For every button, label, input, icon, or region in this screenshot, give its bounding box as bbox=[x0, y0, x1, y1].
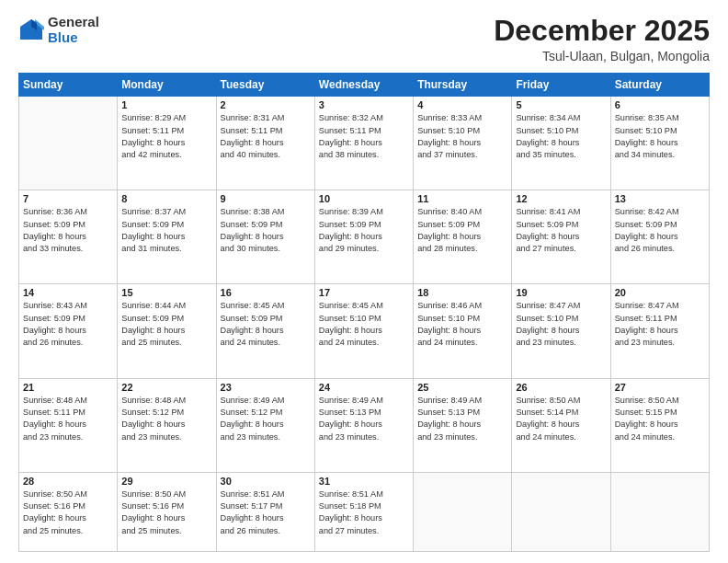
day-number: 31 bbox=[319, 476, 409, 487]
sun-info: Sunrise: 8:51 AMSunset: 5:18 PMDaylight:… bbox=[319, 488, 409, 537]
day-number: 1 bbox=[121, 99, 211, 110]
day-number: 14 bbox=[23, 287, 113, 298]
sun-info: Sunrise: 8:41 AMSunset: 5:09 PMDaylight:… bbox=[516, 206, 606, 255]
sun-info: Sunrise: 8:44 AMSunset: 5:09 PMDaylight:… bbox=[121, 300, 211, 349]
sun-info: Sunrise: 8:36 AMSunset: 5:09 PMDaylight:… bbox=[23, 206, 113, 255]
calendar-cell: 17Sunrise: 8:45 AMSunset: 5:10 PMDayligh… bbox=[314, 284, 413, 378]
sun-info: Sunrise: 8:47 AMSunset: 5:11 PMDaylight:… bbox=[615, 300, 705, 349]
sun-info: Sunrise: 8:34 AMSunset: 5:10 PMDaylight:… bbox=[516, 112, 606, 161]
calendar-cell: 11Sunrise: 8:40 AMSunset: 5:09 PMDayligh… bbox=[414, 190, 512, 284]
day-number: 21 bbox=[23, 382, 113, 393]
logo-icon bbox=[18, 17, 44, 43]
logo-text: General Blue bbox=[48, 15, 99, 45]
calendar-cell: 15Sunrise: 8:44 AMSunset: 5:09 PMDayligh… bbox=[118, 284, 216, 378]
calendar-cell: 9Sunrise: 8:38 AMSunset: 5:09 PMDaylight… bbox=[216, 190, 314, 284]
calendar-cell: 26Sunrise: 8:50 AMSunset: 5:14 PMDayligh… bbox=[512, 378, 610, 472]
calendar-week-row: 28Sunrise: 8:50 AMSunset: 5:16 PMDayligh… bbox=[19, 472, 710, 551]
day-number: 2 bbox=[221, 99, 311, 110]
calendar-cell: 4Sunrise: 8:33 AMSunset: 5:10 PMDaylight… bbox=[414, 97, 512, 190]
day-number: 6 bbox=[615, 99, 705, 110]
sun-info: Sunrise: 8:49 AMSunset: 5:13 PMDaylight:… bbox=[417, 395, 507, 443]
logo-general: General bbox=[48, 15, 99, 30]
calendar-week-row: 14Sunrise: 8:43 AMSunset: 5:09 PMDayligh… bbox=[19, 284, 710, 378]
sun-info: Sunrise: 8:51 AMSunset: 5:17 PMDaylight:… bbox=[221, 488, 311, 537]
sun-info: Sunrise: 8:43 AMSunset: 5:09 PMDaylight:… bbox=[23, 300, 113, 349]
logo: General Blue bbox=[18, 15, 99, 45]
calendar-cell: 18Sunrise: 8:46 AMSunset: 5:10 PMDayligh… bbox=[414, 284, 512, 378]
sun-info: Sunrise: 8:37 AMSunset: 5:09 PMDaylight:… bbox=[121, 206, 211, 255]
sun-info: Sunrise: 8:32 AMSunset: 5:11 PMDaylight:… bbox=[319, 112, 409, 161]
calendar-cell: 27Sunrise: 8:50 AMSunset: 5:15 PMDayligh… bbox=[610, 378, 709, 472]
calendar-cell: 13Sunrise: 8:42 AMSunset: 5:09 PMDayligh… bbox=[610, 190, 709, 284]
day-number: 30 bbox=[221, 476, 311, 487]
calendar-cell: 31Sunrise: 8:51 AMSunset: 5:18 PMDayligh… bbox=[314, 472, 413, 551]
calendar-header-row: SundayMondayTuesdayWednesdayThursdayFrid… bbox=[19, 74, 710, 97]
calendar-cell: 22Sunrise: 8:48 AMSunset: 5:12 PMDayligh… bbox=[118, 378, 216, 472]
sun-info: Sunrise: 8:46 AMSunset: 5:10 PMDaylight:… bbox=[417, 300, 507, 349]
day-number: 12 bbox=[516, 193, 606, 204]
calendar-table: SundayMondayTuesdayWednesdayThursdayFrid… bbox=[18, 73, 710, 552]
logo-blue: Blue bbox=[48, 30, 99, 46]
calendar-week-row: 7Sunrise: 8:36 AMSunset: 5:09 PMDaylight… bbox=[19, 190, 710, 284]
calendar-cell: 28Sunrise: 8:50 AMSunset: 5:16 PMDayligh… bbox=[19, 472, 118, 551]
day-number: 24 bbox=[319, 382, 409, 393]
day-number: 25 bbox=[417, 382, 507, 393]
month-title: December 2025 bbox=[494, 15, 710, 47]
day-number: 28 bbox=[23, 476, 113, 487]
sun-info: Sunrise: 8:31 AMSunset: 5:11 PMDaylight:… bbox=[221, 112, 311, 161]
calendar-cell bbox=[512, 472, 610, 551]
calendar-cell: 30Sunrise: 8:51 AMSunset: 5:17 PMDayligh… bbox=[216, 472, 314, 551]
sun-info: Sunrise: 8:50 AMSunset: 5:16 PMDaylight:… bbox=[23, 488, 113, 537]
header: General Blue December 2025 Tsul-Ulaan, B… bbox=[18, 15, 710, 63]
sun-info: Sunrise: 8:48 AMSunset: 5:11 PMDaylight:… bbox=[23, 395, 113, 443]
calendar-week-row: 1Sunrise: 8:29 AMSunset: 5:11 PMDaylight… bbox=[19, 97, 710, 190]
location: Tsul-Ulaan, Bulgan, Mongolia bbox=[494, 49, 710, 63]
calendar-cell: 29Sunrise: 8:50 AMSunset: 5:16 PMDayligh… bbox=[118, 472, 216, 551]
day-number: 18 bbox=[417, 287, 507, 298]
day-number: 11 bbox=[417, 193, 507, 204]
day-number: 23 bbox=[221, 382, 311, 393]
day-number: 15 bbox=[121, 287, 211, 298]
sun-info: Sunrise: 8:35 AMSunset: 5:10 PMDaylight:… bbox=[615, 112, 705, 161]
day-header-monday: Monday bbox=[118, 74, 216, 97]
sun-info: Sunrise: 8:49 AMSunset: 5:12 PMDaylight:… bbox=[221, 395, 311, 443]
sun-info: Sunrise: 8:45 AMSunset: 5:10 PMDaylight:… bbox=[319, 300, 409, 349]
sun-info: Sunrise: 8:42 AMSunset: 5:09 PMDaylight:… bbox=[615, 206, 705, 255]
calendar-cell: 7Sunrise: 8:36 AMSunset: 5:09 PMDaylight… bbox=[19, 190, 118, 284]
day-number: 10 bbox=[319, 193, 409, 204]
day-number: 4 bbox=[417, 99, 507, 110]
day-number: 20 bbox=[615, 287, 705, 298]
calendar-cell: 6Sunrise: 8:35 AMSunset: 5:10 PMDaylight… bbox=[610, 97, 709, 190]
day-number: 8 bbox=[121, 193, 211, 204]
day-header-saturday: Saturday bbox=[610, 74, 709, 97]
calendar-cell: 23Sunrise: 8:49 AMSunset: 5:12 PMDayligh… bbox=[216, 378, 314, 472]
calendar-cell: 1Sunrise: 8:29 AMSunset: 5:11 PMDaylight… bbox=[118, 97, 216, 190]
calendar-cell: 3Sunrise: 8:32 AMSunset: 5:11 PMDaylight… bbox=[314, 97, 413, 190]
day-number: 27 bbox=[615, 382, 705, 393]
sun-info: Sunrise: 8:39 AMSunset: 5:09 PMDaylight:… bbox=[319, 206, 409, 255]
day-number: 3 bbox=[319, 99, 409, 110]
calendar-cell: 10Sunrise: 8:39 AMSunset: 5:09 PMDayligh… bbox=[314, 190, 413, 284]
day-number: 9 bbox=[221, 193, 311, 204]
day-header-thursday: Thursday bbox=[414, 74, 512, 97]
day-header-sunday: Sunday bbox=[19, 74, 118, 97]
day-number: 22 bbox=[121, 382, 211, 393]
day-header-wednesday: Wednesday bbox=[314, 74, 413, 97]
day-number: 29 bbox=[121, 476, 211, 487]
day-header-friday: Friday bbox=[512, 74, 610, 97]
calendar-cell: 20Sunrise: 8:47 AMSunset: 5:11 PMDayligh… bbox=[610, 284, 709, 378]
calendar-cell: 5Sunrise: 8:34 AMSunset: 5:10 PMDaylight… bbox=[512, 97, 610, 190]
day-number: 13 bbox=[615, 193, 705, 204]
day-header-tuesday: Tuesday bbox=[216, 74, 314, 97]
calendar-cell: 25Sunrise: 8:49 AMSunset: 5:13 PMDayligh… bbox=[414, 378, 512, 472]
sun-info: Sunrise: 8:45 AMSunset: 5:09 PMDaylight:… bbox=[221, 300, 311, 349]
day-number: 16 bbox=[221, 287, 311, 298]
sun-info: Sunrise: 8:40 AMSunset: 5:09 PMDaylight:… bbox=[417, 206, 507, 255]
sun-info: Sunrise: 8:38 AMSunset: 5:09 PMDaylight:… bbox=[221, 206, 311, 255]
calendar-cell: 8Sunrise: 8:37 AMSunset: 5:09 PMDaylight… bbox=[118, 190, 216, 284]
sun-info: Sunrise: 8:48 AMSunset: 5:12 PMDaylight:… bbox=[121, 395, 211, 443]
day-number: 26 bbox=[516, 382, 606, 393]
day-number: 7 bbox=[23, 193, 113, 204]
sun-info: Sunrise: 8:47 AMSunset: 5:10 PMDaylight:… bbox=[516, 300, 606, 349]
sun-info: Sunrise: 8:33 AMSunset: 5:10 PMDaylight:… bbox=[417, 112, 507, 161]
